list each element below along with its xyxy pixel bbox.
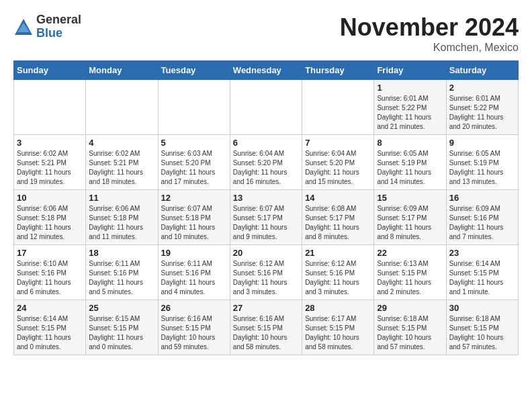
day-number: 4	[89, 138, 154, 148]
weekday-header-wednesday: Wednesday	[230, 61, 302, 80]
day-info: Sunrise: 6:15 AM Sunset: 5:15 PM Dayligh…	[89, 314, 154, 352]
calendar-cell: 19Sunrise: 6:11 AM Sunset: 5:16 PM Dayli…	[158, 245, 230, 300]
calendar-cell: 15Sunrise: 6:09 AM Sunset: 5:17 PM Dayli…	[374, 190, 446, 245]
calendar-cell: 27Sunrise: 6:16 AM Sunset: 5:15 PM Dayli…	[230, 300, 302, 355]
day-number: 11	[89, 193, 154, 203]
day-info: Sunrise: 6:06 AM Sunset: 5:18 PM Dayligh…	[89, 204, 154, 242]
day-info: Sunrise: 6:02 AM Sunset: 5:21 PM Dayligh…	[89, 149, 154, 187]
calendar-cell: 29Sunrise: 6:18 AM Sunset: 5:15 PM Dayli…	[374, 300, 446, 355]
day-info: Sunrise: 6:03 AM Sunset: 5:20 PM Dayligh…	[161, 149, 227, 187]
logo-general: General	[36, 13, 81, 27]
day-number: 16	[449, 193, 515, 203]
calendar-cell: 7Sunrise: 6:04 AM Sunset: 5:20 PM Daylig…	[302, 135, 374, 190]
calendar-cell: 10Sunrise: 6:06 AM Sunset: 5:18 PM Dayli…	[14, 190, 86, 245]
day-number: 5	[161, 138, 227, 148]
calendar-cell	[158, 80, 230, 135]
day-number: 24	[17, 303, 83, 313]
day-number: 26	[161, 303, 227, 313]
calendar-cell: 24Sunrise: 6:14 AM Sunset: 5:15 PM Dayli…	[14, 300, 86, 355]
day-info: Sunrise: 6:01 AM Sunset: 5:22 PM Dayligh…	[449, 94, 515, 132]
calendar-cell: 22Sunrise: 6:13 AM Sunset: 5:15 PM Dayli…	[374, 245, 446, 300]
logo-icon	[13, 17, 34, 36]
calendar-cell: 25Sunrise: 6:15 AM Sunset: 5:15 PM Dayli…	[86, 300, 158, 355]
logo-blue: Blue	[36, 27, 81, 40]
calendar-cell	[86, 80, 158, 135]
calendar-table: SundayMondayTuesdayWednesdayThursdayFrid…	[13, 60, 519, 355]
day-number: 28	[305, 303, 371, 313]
calendar-cell: 13Sunrise: 6:07 AM Sunset: 5:17 PM Dayli…	[230, 190, 302, 245]
calendar-cell: 16Sunrise: 6:09 AM Sunset: 5:16 PM Dayli…	[446, 190, 518, 245]
weekday-header-thursday: Thursday	[302, 61, 374, 80]
calendar-cell	[230, 80, 302, 135]
day-info: Sunrise: 6:06 AM Sunset: 5:18 PM Dayligh…	[17, 204, 83, 242]
day-info: Sunrise: 6:07 AM Sunset: 5:17 PM Dayligh…	[233, 204, 299, 242]
calendar-cell: 14Sunrise: 6:08 AM Sunset: 5:17 PM Dayli…	[302, 190, 374, 245]
day-info: Sunrise: 6:10 AM Sunset: 5:16 PM Dayligh…	[17, 259, 83, 297]
calendar-week-2: 3Sunrise: 6:02 AM Sunset: 5:21 PM Daylig…	[14, 135, 519, 190]
day-info: Sunrise: 6:05 AM Sunset: 5:19 PM Dayligh…	[449, 149, 515, 187]
calendar-cell	[302, 80, 374, 135]
title-block: November 2024 Komchen, Mexico	[340, 13, 519, 54]
calendar-cell	[14, 80, 86, 135]
calendar-week-1: 1Sunrise: 6:01 AM Sunset: 5:22 PM Daylig…	[14, 80, 519, 135]
calendar-cell: 11Sunrise: 6:06 AM Sunset: 5:18 PM Dayli…	[86, 190, 158, 245]
calendar-week-3: 10Sunrise: 6:06 AM Sunset: 5:18 PM Dayli…	[14, 190, 519, 245]
day-number: 20	[233, 248, 299, 258]
day-number: 29	[377, 303, 443, 313]
weekday-header-saturday: Saturday	[446, 61, 518, 80]
day-info: Sunrise: 6:16 AM Sunset: 5:15 PM Dayligh…	[161, 314, 227, 352]
day-number: 7	[305, 138, 371, 148]
day-number: 19	[161, 248, 227, 258]
day-number: 10	[17, 193, 83, 203]
calendar-cell: 28Sunrise: 6:17 AM Sunset: 5:15 PM Dayli…	[302, 300, 374, 355]
location: Komchen, Mexico	[340, 42, 519, 54]
day-number: 2	[449, 83, 515, 93]
day-number: 12	[161, 193, 227, 203]
calendar-cell: 2Sunrise: 6:01 AM Sunset: 5:22 PM Daylig…	[446, 80, 518, 135]
day-number: 14	[305, 193, 371, 203]
calendar-cell: 9Sunrise: 6:05 AM Sunset: 5:19 PM Daylig…	[446, 135, 518, 190]
day-number: 30	[449, 303, 515, 313]
calendar-cell: 23Sunrise: 6:14 AM Sunset: 5:15 PM Dayli…	[446, 245, 518, 300]
day-info: Sunrise: 6:13 AM Sunset: 5:15 PM Dayligh…	[377, 259, 443, 297]
day-number: 8	[377, 138, 443, 148]
day-info: Sunrise: 6:16 AM Sunset: 5:15 PM Dayligh…	[233, 314, 299, 352]
day-info: Sunrise: 6:18 AM Sunset: 5:15 PM Dayligh…	[377, 314, 443, 352]
calendar-cell: 4Sunrise: 6:02 AM Sunset: 5:21 PM Daylig…	[86, 135, 158, 190]
day-number: 25	[89, 303, 154, 313]
weekday-header-monday: Monday	[86, 61, 158, 80]
calendar-week-4: 17Sunrise: 6:10 AM Sunset: 5:16 PM Dayli…	[14, 245, 519, 300]
calendar-cell: 5Sunrise: 6:03 AM Sunset: 5:20 PM Daylig…	[158, 135, 230, 190]
day-info: Sunrise: 6:09 AM Sunset: 5:17 PM Dayligh…	[377, 204, 443, 242]
day-number: 22	[377, 248, 443, 258]
calendar-cell: 12Sunrise: 6:07 AM Sunset: 5:18 PM Dayli…	[158, 190, 230, 245]
calendar-cell: 6Sunrise: 6:04 AM Sunset: 5:20 PM Daylig…	[230, 135, 302, 190]
calendar-cell: 20Sunrise: 6:12 AM Sunset: 5:16 PM Dayli…	[230, 245, 302, 300]
day-info: Sunrise: 6:04 AM Sunset: 5:20 PM Dayligh…	[305, 149, 371, 187]
day-info: Sunrise: 6:05 AM Sunset: 5:19 PM Dayligh…	[377, 149, 443, 187]
day-number: 15	[377, 193, 443, 203]
day-number: 18	[89, 248, 154, 258]
day-number: 3	[17, 138, 83, 148]
day-info: Sunrise: 6:04 AM Sunset: 5:20 PM Dayligh…	[233, 149, 299, 187]
weekday-header-tuesday: Tuesday	[158, 61, 230, 80]
calendar-cell: 18Sunrise: 6:11 AM Sunset: 5:16 PM Dayli…	[86, 245, 158, 300]
calendar-week-5: 24Sunrise: 6:14 AM Sunset: 5:15 PM Dayli…	[14, 300, 519, 355]
calendar-cell: 26Sunrise: 6:16 AM Sunset: 5:15 PM Dayli…	[158, 300, 230, 355]
day-number: 9	[449, 138, 515, 148]
calendar-cell: 3Sunrise: 6:02 AM Sunset: 5:21 PM Daylig…	[14, 135, 86, 190]
day-info: Sunrise: 6:18 AM Sunset: 5:15 PM Dayligh…	[449, 314, 515, 352]
calendar-cell: 17Sunrise: 6:10 AM Sunset: 5:16 PM Dayli…	[14, 245, 86, 300]
day-info: Sunrise: 6:14 AM Sunset: 5:15 PM Dayligh…	[17, 314, 83, 352]
day-number: 13	[233, 193, 299, 203]
calendar-cell: 8Sunrise: 6:05 AM Sunset: 5:19 PM Daylig…	[374, 135, 446, 190]
day-info: Sunrise: 6:11 AM Sunset: 5:16 PM Dayligh…	[89, 259, 154, 297]
day-info: Sunrise: 6:14 AM Sunset: 5:15 PM Dayligh…	[449, 259, 515, 297]
month-title: November 2024	[340, 13, 519, 42]
weekday-header-sunday: Sunday	[14, 61, 86, 80]
day-info: Sunrise: 6:12 AM Sunset: 5:16 PM Dayligh…	[305, 259, 371, 297]
day-info: Sunrise: 6:08 AM Sunset: 5:17 PM Dayligh…	[305, 204, 371, 242]
day-info: Sunrise: 6:09 AM Sunset: 5:16 PM Dayligh…	[449, 204, 515, 242]
day-number: 21	[305, 248, 371, 258]
calendar-cell: 21Sunrise: 6:12 AM Sunset: 5:16 PM Dayli…	[302, 245, 374, 300]
